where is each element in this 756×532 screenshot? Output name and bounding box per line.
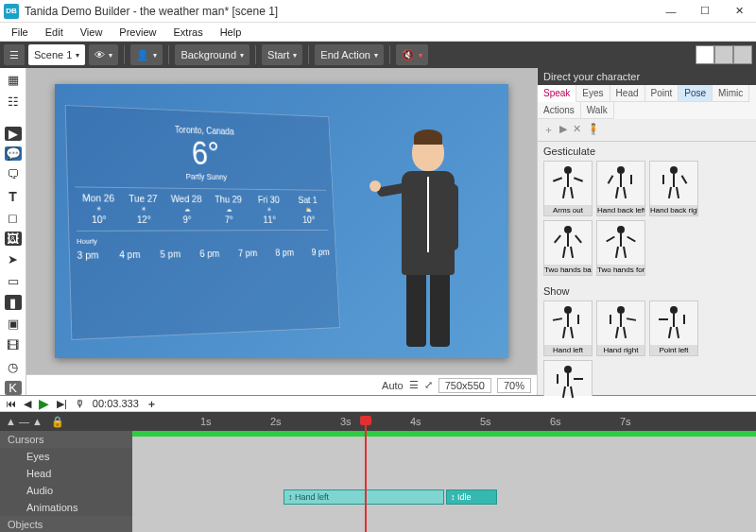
pose-hand-right[interactable]: Hand right [596, 300, 645, 356]
pointer-tool-icon[interactable]: ➤ [4, 251, 23, 267]
window-titlebar: DB Tanida Demo Builder - the weather man… [0, 0, 756, 23]
timeline-panel: ⏮ ◀ ▶ ▶| 🎙 00:03.333 ＋ ▲ — ▲ 🔒 Cursors E… [0, 395, 756, 532]
tab-walk[interactable]: Walk [581, 102, 614, 119]
menu-bar: File Edit View Preview Extras Help [0, 23, 756, 42]
menu-preview[interactable]: Preview [112, 25, 163, 40]
left-tool-strip: ▦ ☷ ▶ 💬 🗨 T ◻ 🖼 ➤ ▭ ▮ ▣ 🎞 ◷ K [0, 68, 26, 395]
end-action-button[interactable]: End Action ▾ [315, 44, 384, 65]
pose-two-hands-back[interactable]: Two hands back [543, 220, 593, 276]
timeline-mic-button[interactable]: 🎙 [75, 398, 85, 409]
section-gesticulate: Gesticulate [538, 142, 756, 161]
play-pose-icon[interactable]: ▶ [559, 123, 567, 137]
tab-actions[interactable]: Actions [538, 102, 581, 119]
layout-switcher[interactable] [696, 45, 752, 64]
layout-3[interactable] [733, 45, 752, 64]
clip-hand-left[interactable]: ↕ Hand left [284, 489, 444, 505]
note-tool-icon[interactable]: 💬 [5, 146, 22, 161]
menu-view[interactable]: View [73, 25, 111, 40]
pose-point-left[interactable]: Point left [649, 300, 698, 356]
timeline-playhead[interactable] [365, 423, 367, 532]
timeline-toolbar: ⏮ ◀ ▶ ▶| 🎙 00:03.333 ＋ [0, 396, 756, 412]
scene-selector[interactable]: Scene 1▾ [28, 44, 85, 65]
menu-edit[interactable]: Edit [38, 25, 71, 40]
timeline-prev-button[interactable]: ◀ [24, 398, 31, 410]
button-tool-icon[interactable]: ▭ [4, 273, 23, 289]
tab-speak[interactable]: Speak [538, 85, 576, 102]
tab-eyes[interactable]: Eyes [576, 85, 610, 102]
menu-extras[interactable]: Extras [165, 25, 210, 40]
pose-hand-left[interactable]: Hand left [543, 300, 593, 356]
tab-point[interactable]: Point [645, 85, 679, 102]
weather-app-window: Toronto, Canada 6° Partly Sunny Mon 26☀1… [65, 105, 340, 340]
character-actor[interactable] [386, 133, 471, 351]
panel-action-row: ＋ ▶ ✕ 🧍 [538, 119, 756, 142]
timeline-track-list: ▲ — ▲ 🔒 Cursors Eyes Head Audio Animatio… [0, 412, 132, 532]
weather-temp-label: 6° [74, 131, 326, 175]
image-tool-icon[interactable]: 🖼 [5, 232, 22, 246]
clip-idle[interactable]: ↕ Idle [446, 489, 497, 505]
timeline-tracks-area[interactable]: 1s 2s 3s 4s 5s 6s 7s ↕ Hand left ↕ Idle [132, 412, 756, 532]
track-animations[interactable]: Animations [0, 499, 132, 516]
text-tool-icon[interactable]: T [4, 188, 23, 204]
character-direct-panel: Direct your character Speak Eyes Head Po… [537, 68, 756, 395]
character-silhouette-icon: 🧍 [587, 123, 600, 137]
balloon-tool-icon[interactable]: 🗨 [4, 166, 23, 182]
window-close-button[interactable]: ✕ [722, 0, 756, 23]
scene-canvas[interactable]: Toronto, Canada 6° Partly Sunny Mon 26☀1… [55, 84, 508, 358]
timeline-ruler[interactable]: 1s 2s 3s 4s 5s 6s 7s [132, 412, 756, 431]
weather-forecast-row: Mon 26☀10° Tue 27☀12° Wed 28☁9° Thu 29☁7… [76, 186, 329, 231]
shape-tool-icon[interactable]: ◻ [4, 210, 23, 226]
align-icon[interactable]: ☰ [409, 379, 419, 391]
pose-arms-out[interactable]: Arms out [543, 161, 593, 216]
grid-tool-icon[interactable]: ▦ [4, 72, 23, 88]
zoom-area-tool-icon[interactable]: ▣ [4, 316, 23, 332]
sound-off-button[interactable]: 🔇 ▾ [396, 44, 428, 65]
window-title: Tanida Demo Builder - the weather man* [… [25, 5, 654, 18]
gesticulate-grid: Arms out Hand back left Hand back right … [538, 161, 756, 282]
track-objects[interactable]: Objects [0, 516, 132, 532]
layout-2[interactable] [714, 45, 733, 64]
play-tool-icon[interactable]: ▶ [5, 127, 22, 141]
track-head[interactable]: Head [0, 465, 132, 482]
canvas-status-bar: Auto ☰ ⤢ 750x550 70% [26, 374, 537, 395]
start-action-button[interactable]: Start ▾ [262, 44, 302, 65]
timeline-next-button[interactable]: ▶| [57, 398, 67, 410]
timeline-add-button[interactable]: ＋ [146, 397, 157, 411]
track-eyes[interactable]: Eyes [0, 448, 132, 465]
menu-help[interactable]: Help [213, 25, 249, 40]
menu-file[interactable]: File [4, 25, 36, 40]
canvas-zoom[interactable]: 70% [497, 378, 531, 393]
add-pose-icon[interactable]: ＋ [543, 123, 554, 137]
window-maximize-button[interactable]: ☐ [688, 0, 722, 23]
pose-two-hands-forw[interactable]: Two hands forw [596, 220, 645, 276]
timeline-play-button[interactable]: ▶ [39, 396, 49, 411]
timeline-scene-bar[interactable] [132, 431, 756, 437]
tab-head[interactable]: Head [610, 85, 645, 102]
pose-hand-back-right[interactable]: Hand back right [649, 161, 698, 216]
tab-mimic[interactable]: Mimic [713, 85, 749, 102]
panel-title: Direct your character [538, 68, 756, 85]
layout-1[interactable] [696, 45, 714, 64]
stamp-tool-icon[interactable]: ▮ [5, 295, 22, 309]
k-tool-icon[interactable]: K [5, 381, 22, 395]
background-button[interactable]: Background ▾ [175, 44, 249, 65]
window-minimize-button[interactable]: — [654, 0, 688, 23]
fit-icon[interactable]: ⤢ [424, 379, 433, 391]
slides-tool-icon[interactable]: ☷ [4, 94, 23, 110]
tab-pose[interactable]: Pose [679, 85, 713, 102]
track-audio[interactable]: Audio [0, 482, 132, 499]
timeline-zoom-controls[interactable]: ▲ — ▲ 🔒 [0, 412, 132, 431]
pose-hand-back-left[interactable]: Hand back left [596, 161, 645, 216]
film-tool-icon[interactable]: 🎞 [4, 337, 23, 353]
track-cursors[interactable]: Cursors [0, 431, 132, 448]
weather-hours-row: 3 pm4 pm5 pm6 pm7 pm8 pm9 pm [77, 247, 330, 261]
auto-label: Auto [382, 380, 404, 391]
clock-tool-icon[interactable]: ◷ [4, 359, 23, 375]
scene-list-button[interactable]: ☰ [4, 44, 25, 65]
character-button[interactable]: 👤 ▾ [130, 44, 163, 65]
delete-pose-icon[interactable]: ✕ [573, 123, 581, 137]
canvas-area: Toronto, Canada 6° Partly Sunny Mon 26☀1… [26, 68, 537, 395]
visibility-button[interactable]: 👁 ▾ [89, 44, 118, 65]
timeline-first-button[interactable]: ⏮ [6, 398, 16, 409]
weather-hourly-label: Hourly [77, 235, 329, 246]
